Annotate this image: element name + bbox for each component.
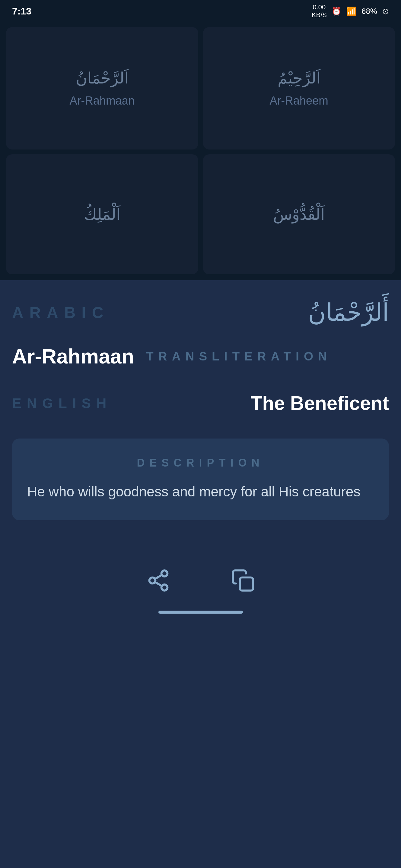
svg-line-4 [155,575,162,579]
svg-rect-5 [240,578,253,590]
alarm-icon: ⏰ [332,7,341,16]
english-section: ENGLISH The Beneficent [12,392,389,414]
signal-icon: 📶 [346,6,356,16]
name-card-ar-rahmaan[interactable]: اَلرَّحْمَانُ Ar-Rahmaan [6,27,198,150]
status-bar: 7:13 0.00KB/S ⏰ 📶 68% ⊙ [0,0,401,21]
name-card-al-quddoos[interactable]: اَلْقُدُّوْسُ [203,154,395,275]
arabic-text-large: أَلرَّحْمَانُ [308,299,389,327]
arabic-text-1: اَلرَّحْمَانُ [76,69,128,87]
data-speed: 0.00KB/S [312,3,327,19]
description-label: DESCRIPTION [27,457,374,469]
svg-line-3 [155,582,162,586]
name-card-ar-raheem[interactable]: اَلرَّحِيْمُ Ar-Raheem [203,27,395,150]
arabic-text-3: اَلْمَلِكُ [84,205,120,223]
english-section-label: ENGLISH [12,395,112,411]
copy-button[interactable] [231,568,255,592]
detail-panel: ARABIC أَلرَّحْمَانُ Ar-Rahmaan TRANSLIT… [0,280,401,868]
description-text: He who wills goodness and mercy for all … [27,481,374,502]
transliteration-2: Ar-Raheem [270,94,328,107]
transliteration-1: Ar-Rahmaan [70,94,135,107]
description-card: DESCRIPTION He who wills goodness and me… [12,438,389,520]
battery-percentage: 68% [362,7,377,16]
action-bar [12,550,389,604]
arabic-section-label: ARABIC [12,304,109,321]
battery-icon: ⊙ [382,6,389,16]
home-bar [159,611,243,614]
transliteration-main-name: Ar-Rahmaan [12,344,134,368]
transliteration-section: Ar-Rahmaan TRANSLITERATION [12,344,389,368]
name-card-al-malik[interactable]: اَلْمَلِكُ [6,154,198,275]
english-meaning: The Beneficent [251,392,389,414]
status-time: 7:13 [12,6,31,17]
status-icons: 0.00KB/S ⏰ 📶 68% ⊙ [312,3,389,19]
names-grid: اَلرَّحْمَانُ Ar-Rahmaan اَلرَّحِيْمُ Ar… [0,21,401,280]
home-indicator [12,604,389,623]
arabic-section: ARABIC أَلرَّحْمَانُ [12,299,389,327]
arabic-text-4: اَلْقُدُّوْسُ [273,205,325,223]
transliteration-section-label: TRANSLITERATION [146,350,332,363]
arabic-text-2: اَلرَّحِيْمُ [278,69,320,87]
share-button[interactable] [146,568,170,592]
